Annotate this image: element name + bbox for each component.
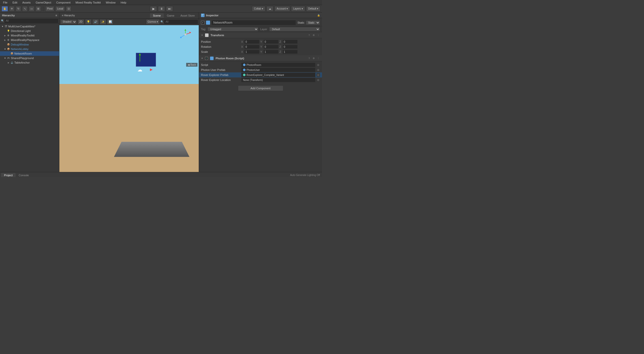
step-btn[interactable]: ⏭ — [166, 6, 173, 12]
tree-item-netroom[interactable]: 📦 NetworkRoom — [0, 51, 59, 56]
menu-mrtk[interactable]: Mixed Reality Toolkit — [74, 1, 102, 4]
tree-item-dirlight[interactable]: 💡 Directional Light — [0, 29, 59, 33]
photon-more-btn[interactable]: ⋮ — [316, 57, 320, 60]
scale-x-input[interactable] — [244, 50, 259, 54]
rot-y-input[interactable] — [263, 45, 278, 49]
menu-window[interactable]: Window — [105, 1, 116, 4]
menu-component[interactable]: Component — [55, 1, 71, 4]
tab-console[interactable]: Console — [16, 173, 32, 177]
pivot-btn[interactable]: Pivot — [45, 6, 54, 12]
pause-btn[interactable]: ⏸ — [158, 6, 165, 12]
obj-cube-icon — [206, 21, 210, 25]
audio-btn[interactable]: 🔊 — [92, 19, 99, 25]
script-ref-btn[interactable]: ◎ — [316, 63, 320, 67]
menu-assets[interactable]: Assets — [21, 1, 32, 4]
rover-prefab-ref-box[interactable]: RoverExplorer_Complete_Variant — [241, 73, 315, 77]
tab-game[interactable]: Game — [164, 13, 177, 18]
shading-dropdown[interactable]: Shaded — [60, 20, 77, 24]
scale-z-input[interactable] — [283, 50, 298, 54]
layers-btn[interactable]: Layers ▾ — [291, 6, 305, 12]
static-dropdown[interactable]: Static — [306, 20, 320, 25]
inspector-lock-btn[interactable]: 🔒 — [317, 14, 320, 17]
play-btn[interactable]: ▶ — [150, 6, 157, 12]
script-value: PhotonRoom ◎ — [241, 63, 320, 67]
hierarchy-menu-icon[interactable]: ≡ — [56, 14, 57, 17]
collab-btn[interactable]: Collab ▾ — [252, 6, 265, 12]
scene-gizmo[interactable] — [179, 28, 192, 41]
scene-back-btn[interactable]: ◀ Back — [186, 63, 197, 67]
gizmos-btn[interactable]: Gizmos ▾ — [146, 19, 160, 25]
pos-x-input[interactable] — [244, 40, 259, 44]
transform-title: Transform — [211, 34, 306, 37]
script-ref-box[interactable]: PhotonRoom — [241, 63, 315, 67]
scene-search[interactable] — [164, 20, 198, 24]
account-btn[interactable]: Account ▾ — [274, 6, 290, 12]
transform-more-btn[interactable]: ⋮ — [316, 33, 320, 37]
photon-user-ref-box[interactable]: PhotonUser — [241, 68, 315, 72]
pos-z-input[interactable] — [283, 40, 298, 44]
separator-1 — [43, 6, 43, 11]
inspector-icon: 🔍 — [201, 14, 205, 17]
photon-settings-btn[interactable]: ⚙ — [312, 57, 315, 60]
rotation-row: Rotation X Y Z — [199, 44, 322, 49]
photon-arrow[interactable]: ▼ — [201, 57, 204, 60]
position-row: Position X Y Z — [199, 39, 322, 44]
scene-view[interactable]: ☁ ▶ — [59, 25, 199, 172]
tree-item-playspace[interactable]: ▶ ⚙ MixedRealityPlayspace — [0, 38, 59, 42]
tree-item-anchor[interactable]: ▶ ⚓ TableAnchor — [0, 60, 59, 65]
rover-location-ref-box[interactable]: None (Transform) — [241, 78, 315, 82]
tab-hierarchy-scene[interactable]: ≡ Hierarchy — [60, 14, 76, 17]
tree-item-multiuser[interactable]: ▼ 🎬 MultiUserCapabilities* — [0, 24, 59, 29]
menu-gameobject[interactable]: GameObject — [35, 1, 52, 4]
scale-y-input[interactable] — [263, 50, 278, 54]
rover-prefab-ref-btn[interactable]: ◎ — [316, 73, 320, 77]
rot-x-input[interactable] — [244, 45, 259, 49]
tool-scale[interactable]: ⤡ — [22, 6, 28, 12]
add-component-btn[interactable]: Add Component — [238, 85, 283, 91]
rover-prefab-icon — [243, 74, 246, 76]
photon-help-btn[interactable]: ? — [307, 57, 311, 60]
obj-enabled-checkbox[interactable]: ✓ — [201, 21, 205, 24]
tool-multi[interactable]: ⊞ — [35, 6, 41, 12]
local-btn[interactable]: Local — [55, 6, 65, 12]
photon-toggle[interactable]: ✓ — [205, 57, 208, 60]
photon-user-ref-btn[interactable]: ◎ — [316, 68, 320, 72]
obj-name-input[interactable] — [212, 20, 296, 25]
tool-rect[interactable]: ▭ — [29, 6, 34, 12]
tab-project[interactable]: Project — [1, 173, 16, 177]
rot-z-input[interactable] — [283, 45, 298, 49]
tool-rotate[interactable]: ↻ — [16, 6, 21, 12]
cloud-btn[interactable]: ☁ — [266, 6, 273, 12]
tool-move[interactable]: ✛ — [9, 6, 15, 12]
layer-dropdown[interactable]: Default — [269, 27, 320, 31]
tree-item-mrtk[interactable]: ▶ ⚙ MixedRealityToolkit — [0, 33, 59, 38]
fx-btn[interactable]: ✨ — [100, 19, 106, 25]
rover-location-ref-btn[interactable]: ◎ — [316, 78, 320, 82]
tree-item-netlobby[interactable]: ▼ 📦 NetworkLobby — [0, 47, 59, 51]
toolbar: ✋ ✛ ↻ ⤡ ▭ ⊞ Pivot Local ⊡ ▶ ⏸ ⏭ Collab ▾… — [0, 5, 322, 13]
tag-dropdown[interactable]: Untagged — [208, 27, 258, 31]
menu-edit[interactable]: Edit — [12, 1, 18, 4]
default-btn[interactable]: Default ▾ — [306, 6, 320, 12]
scale-values: X Y Z — [241, 50, 320, 54]
mode-2d-btn[interactable]: 2D — [77, 19, 84, 25]
menu-file[interactable]: File — [2, 1, 9, 4]
tree-item-shared[interactable]: ▼ 🎮 SharedPlayground — [0, 56, 59, 60]
tree-icon-sp: 🎮 — [7, 56, 10, 60]
tool-hand[interactable]: ✋ — [2, 6, 8, 12]
pos-y-input[interactable] — [263, 40, 278, 44]
rover-prefab-value: RoverExplorer_Complete_Variant ◎ — [241, 73, 320, 77]
tab-assetstore[interactable]: Asset Store — [177, 13, 198, 18]
lighting-btn[interactable]: 💡 — [85, 19, 92, 25]
scene-stats-btn[interactable]: 📊 — [107, 19, 113, 25]
photon-user-row: Photon User Prefab PhotonUser ◎ — [199, 67, 322, 72]
transform-settings-btn[interactable]: ⚙ — [312, 33, 315, 37]
extra-tool[interactable]: ⊡ — [66, 6, 71, 12]
transform-arrow[interactable]: ▼ — [201, 34, 204, 36]
hierarchy-search-input[interactable] — [5, 19, 58, 23]
scale-y-field: Y — [260, 50, 278, 54]
transform-help-btn[interactable]: ? — [307, 33, 311, 37]
menu-help[interactable]: Help — [120, 1, 128, 4]
tree-item-debug[interactable]: 📦 DebugWindow — [0, 42, 59, 47]
tab-scene[interactable]: Scene — [150, 13, 164, 18]
